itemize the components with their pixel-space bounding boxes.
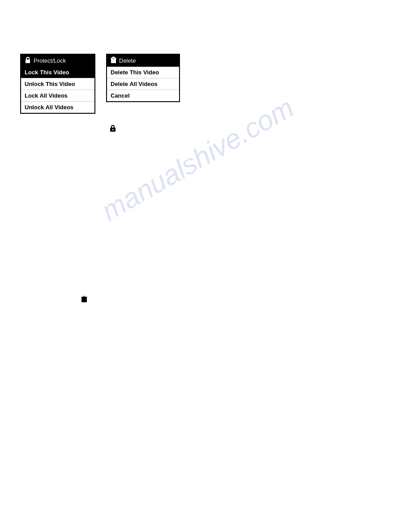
lock-all-videos-item[interactable]: Lock All Videos — [21, 90, 94, 102]
lock-this-video-item[interactable]: Lock This Video — [21, 67, 94, 78]
protect-lock-menu: Protect/Lock Lock This Video Unlock This… — [20, 54, 95, 114]
cancel-item[interactable]: Cancel — [107, 90, 179, 101]
svg-rect-11 — [83, 296, 86, 296]
delete-menu-items: Delete This Video Delete All Videos Canc… — [107, 67, 179, 101]
protect-lock-menu-title: Protect/Lock — [34, 57, 66, 64]
unlock-all-videos-item[interactable]: Unlock All Videos — [21, 102, 94, 113]
page-container: Protect/Lock Lock This Video Unlock This… — [0, 0, 411, 532]
delete-this-video-item[interactable]: Delete This Video — [107, 67, 179, 78]
delete-all-videos-item[interactable]: Delete All Videos — [107, 78, 179, 90]
unlock-this-video-item[interactable]: Unlock This Video — [21, 78, 94, 90]
trash-icon — [111, 56, 116, 65]
svg-rect-0 — [26, 60, 30, 63]
protect-lock-menu-header: Protect/Lock — [21, 55, 94, 67]
svg-point-7 — [112, 129, 114, 130]
delete-menu-header: Delete — [107, 55, 179, 67]
svg-rect-10 — [81, 298, 87, 302]
protect-lock-menu-items: Lock This Video Unlock This Video Lock A… — [21, 67, 94, 113]
lock-icon — [25, 56, 31, 65]
delete-menu-title: Delete — [119, 57, 136, 64]
lock-icon-indicator — [109, 124, 116, 134]
trash-icon-indicator — [81, 295, 88, 305]
delete-menu: Delete Delete This Video Delete All Vide… — [106, 54, 180, 102]
svg-rect-8 — [81, 297, 87, 298]
menus-row: Protect/Lock Lock This Video Unlock This… — [20, 54, 180, 114]
